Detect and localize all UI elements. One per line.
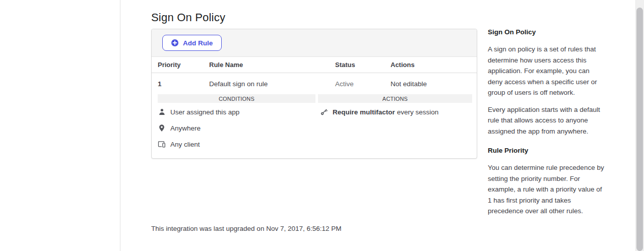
- sign-on-policy-panel: Add Rule Priority Rule Name Status Actio…: [151, 29, 477, 159]
- device-icon: [158, 140, 166, 148]
- rule-priority-value: 1: [152, 80, 209, 88]
- column-header-actions: Actions: [391, 61, 477, 69]
- action-item-multifactor: Require multifactorevery session: [320, 107, 472, 116]
- conditions-section-label: CONDITIONS: [158, 94, 315, 103]
- page-title: Sign On Policy: [151, 11, 225, 24]
- actions-list: Require multifactorevery session: [318, 107, 472, 156]
- rule-name-value: Default sign on rule: [209, 80, 335, 88]
- integration-upgrade-note: This integration was last upgraded on No…: [151, 225, 341, 232]
- policy-toolbar: Add Rule: [152, 29, 477, 57]
- rule-detail-columns: User assigned this app Anywhere: [152, 103, 477, 156]
- add-rule-button[interactable]: Add Rule: [162, 35, 222, 51]
- conditions-list: User assigned this app Anywhere: [158, 107, 315, 156]
- action-text-rest: every session: [397, 108, 439, 116]
- column-header-rule-name: Rule Name: [209, 61, 335, 69]
- rules-table-header: Priority Rule Name Status Actions: [152, 57, 477, 73]
- user-icon: [158, 108, 166, 116]
- condition-text: Anywhere: [170, 124, 201, 132]
- condition-item-user: User assigned this app: [158, 107, 315, 116]
- help-heading-sign-on-policy: Sign On Policy: [488, 28, 605, 36]
- column-header-status: Status: [335, 61, 391, 69]
- app-window: Sign On Policy Add Rule Priority Rule Na…: [0, 0, 644, 251]
- help-paragraph: A sign on policy is a set of rules that …: [488, 44, 605, 98]
- condition-text: Any client: [170, 141, 200, 148]
- location-pin-icon: [158, 124, 166, 132]
- rule-status-value: Active: [335, 80, 391, 88]
- key-icon: [320, 108, 328, 116]
- actions-section-label: ACTIONS: [318, 94, 472, 103]
- rule-table-row: 1 Default sign on rule Active Not editab…: [152, 73, 477, 94]
- vertical-scrollbar-track[interactable]: [635, 0, 644, 251]
- condition-item-location: Anywhere: [158, 123, 315, 133]
- help-sidebar: Sign On Policy A sign on policy is a set…: [488, 28, 605, 223]
- help-paragraph: You can determine rule precedence by set…: [488, 162, 605, 217]
- vertical-scrollbar-thumb[interactable]: [636, 8, 643, 251]
- content-left-divider: [120, 0, 120, 251]
- help-paragraph: Every application starts with a default …: [488, 104, 605, 137]
- condition-item-client: Any client: [158, 140, 315, 149]
- rule-actions-value: Not editable: [391, 80, 477, 88]
- help-heading-rule-priority: Rule Priority: [488, 147, 605, 154]
- add-rule-label: Add Rule: [183, 39, 213, 47]
- action-text-bold: Require multifactor: [333, 108, 395, 116]
- column-header-priority: Priority: [152, 61, 209, 69]
- rule-detail-section-bands: CONDITIONS ACTIONS: [152, 94, 477, 103]
- plus-circle-icon: [171, 39, 178, 46]
- condition-text: User assigned this app: [170, 108, 239, 116]
